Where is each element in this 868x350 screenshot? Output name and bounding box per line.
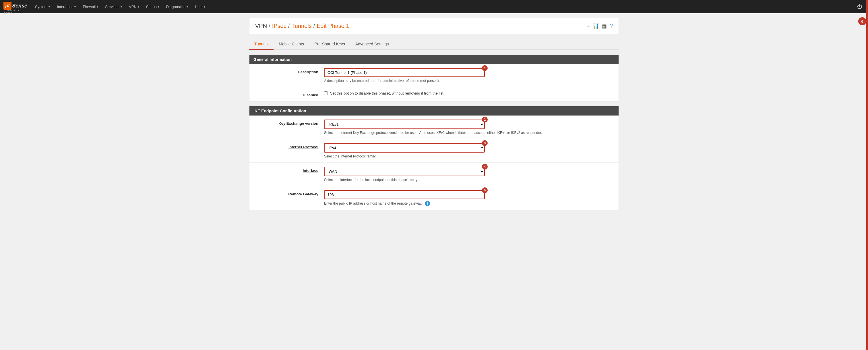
description-label: Description [255,68,318,74]
nav-interfaces[interactable]: Interfaces ▾ [54,0,79,13]
help-circle-icon[interactable]: ? [610,23,613,29]
remote-gateway-label[interactable]: Remote Gateway [255,190,318,196]
description-input[interactable] [324,68,485,77]
table-icon[interactable]: ▦ [602,23,607,29]
breadcrumb-tunnels[interactable]: Tunnels [291,23,311,29]
disabled-label: Disabled [255,91,318,97]
interface-badge: 4 [482,164,488,170]
description-badge: 1 [482,65,488,71]
general-information-panel: General Information Description 1 A desc… [249,55,619,101]
interface-select[interactable]: WAN LAN OPT1 [324,167,485,176]
tab-tunnels[interactable]: Tunnels [249,39,274,50]
interface-hint: Select the interface for the local endpo… [324,178,613,182]
disabled-row: Disabled Set this option to disable this… [249,87,619,101]
disabled-control: Set this option to disable this phase1 w… [324,91,613,95]
nav-diagnostics[interactable]: Diagnostics ▾ [163,0,191,13]
nav-system[interactable]: System ▾ [32,0,53,13]
interface-label[interactable]: Interface [255,167,318,173]
pfsense-edition: COMMUNITY EDITION [4,9,26,14]
key-exchange-badge: 2 [482,117,488,122]
remote-gateway-input[interactable] [324,190,485,199]
internet-protocol-hint: Select the Internet Protocol family. [324,154,613,158]
chevron-down-icon: ▾ [74,5,76,8]
chevron-down-icon: ▾ [97,5,98,8]
pfsense-logo: pf Sense COMMUNITY EDITION [3,2,26,11]
general-information-header: General Information [249,55,619,64]
disabled-checkbox-row: Set this option to disable this phase1 w… [324,91,613,95]
internet-protocol-badge: 3 [482,140,488,146]
description-control: 1 A description may be entered here for … [324,68,613,83]
chevron-down-icon: ▾ [138,5,139,8]
disabled-checkbox[interactable] [324,91,328,95]
key-exchange-hint: Select the Internet Key Exchange protoco… [324,131,613,135]
internet-protocol-label[interactable]: Internet Protocol [255,143,318,149]
key-exchange-select-wrapper: Auto IKEv1 IKEv2 2 [324,120,485,129]
red-side-bar [866,0,868,215]
chevron-down-icon: ▾ [187,5,188,8]
chart-icon[interactable]: 📊 [593,23,599,29]
brand: pf Sense COMMUNITY EDITION [3,2,26,11]
ike-endpoint-panel: IKE Endpoint Configuration Key Exchange … [249,106,619,210]
remote-gateway-badge: 5 [482,187,488,193]
filter-icon[interactable]: ≡ [587,23,590,29]
chevron-down-icon: ▾ [121,5,122,8]
pf-icon: pf [3,2,11,10]
key-exchange-select[interactable]: Auto IKEv1 IKEv2 [324,120,485,129]
corner-badge: 6 [858,17,866,25]
breadcrumb: VPN / IPsec / Tunnels / Edit Phase 1 [255,23,349,29]
tab-pre-shared-keys[interactable]: Pre-Shared Keys [309,39,350,50]
breadcrumb-edit-phase: Edit Phase 1 [317,23,349,29]
chevron-down-icon: ▾ [49,5,50,8]
logout-button[interactable]: ⏻ [855,4,865,10]
nav-help[interactable]: Help ▾ [192,0,208,13]
page-header-icons: ≡ 📊 ▦ ? [587,23,613,29]
navbar: pf Sense COMMUNITY EDITION System ▾ Inte… [0,0,868,13]
chevron-down-icon: ▾ [204,5,205,8]
tabs: Tunnels Mobile Clients Pre-Shared Keys A… [249,39,619,50]
remote-gateway-row: Remote Gateway 5 Enter the public IP add… [249,186,619,210]
description-input-wrapper: 1 [324,68,485,77]
ike-endpoint-header: IKE Endpoint Configuration [249,106,619,116]
interface-control: WAN LAN OPT1 4 Select the interface for … [324,167,613,182]
breadcrumb-ipsec[interactable]: IPsec [272,23,286,29]
disabled-checkbox-label: Set this option to disable this phase1 w… [330,91,444,95]
key-exchange-control: Auto IKEv1 IKEv2 2 Select the Internet K… [324,120,613,135]
remote-gateway-hint: Enter the public IP address or host name… [324,201,613,206]
nav-services[interactable]: Services ▾ [102,0,125,13]
chevron-down-icon: ▾ [158,5,159,8]
content-wrapper: VPN / IPsec / Tunnels / Edit Phase 1 ≡ 📊… [245,13,623,215]
tab-mobile-clients[interactable]: Mobile Clients [274,39,309,50]
breadcrumb-vpn: VPN [255,23,267,29]
interface-select-wrapper: WAN LAN OPT1 4 [324,167,485,176]
internet-protocol-row: Internet Protocol IPv4 IPv6 3 Select the… [249,139,619,163]
internet-protocol-control: IPv4 IPv6 3 Select the Internet Protocol… [324,143,613,158]
key-exchange-row: Key Exchange version Auto IKEv1 IKEv2 2 … [249,116,619,139]
pfsense-text: Sense [12,3,27,9]
page-header: VPN / IPsec / Tunnels / Edit Phase 1 ≡ 📊… [249,18,619,34]
internet-protocol-select[interactable]: IPv4 IPv6 [324,143,485,153]
key-exchange-label[interactable]: Key Exchange version [255,120,318,125]
description-hint: A description may be entered here for ad… [324,79,613,83]
info-icon[interactable]: i [425,201,430,206]
remote-gateway-control: 5 Enter the public IP address or host na… [324,190,613,206]
nav-vpn[interactable]: VPN ▾ [126,0,142,13]
interface-row: Interface WAN LAN OPT1 4 Select the inte… [249,163,619,186]
tab-advanced-settings[interactable]: Advanced Settings [350,39,394,50]
nav-firewall[interactable]: Firewall ▾ [80,0,101,13]
description-row: Description 1 A description may be enter… [249,64,619,87]
remote-gateway-input-wrapper: 5 [324,190,485,199]
nav-status[interactable]: Status ▾ [143,0,162,13]
internet-protocol-select-wrapper: IPv4 IPv6 3 [324,143,485,153]
